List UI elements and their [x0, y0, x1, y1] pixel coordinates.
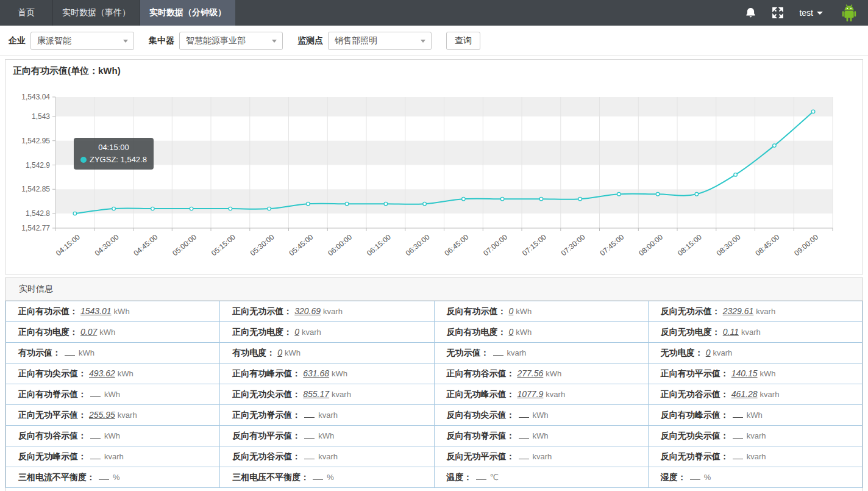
metric-value-link[interactable]: 255.95 — [89, 410, 115, 420]
svg-text:08:45:00: 08:45:00 — [754, 232, 781, 257]
enterprise-select[interactable]: 康派智能 — [30, 32, 134, 50]
svg-text:07:15:00: 07:15:00 — [521, 232, 548, 257]
concentrator-select[interactable]: 智慧能源事业部 — [179, 32, 283, 50]
metric-value-link[interactable]: 631.68 — [303, 368, 329, 378]
monitor-point-select-value: 销售部照明 — [335, 35, 377, 46]
query-button[interactable]: 查询 — [446, 32, 480, 50]
metric-value-empty — [519, 436, 529, 439]
user-dropdown[interactable]: test — [799, 8, 823, 18]
metric-unit: kvarh — [533, 452, 552, 461]
table-row: 正向有功脊示值：kWh正向无功尖示值：855.17kvarh正向无功峰示值：10… — [6, 384, 863, 405]
metric-unit: kWh — [79, 348, 94, 357]
svg-text:08:30:00: 08:30:00 — [715, 232, 742, 257]
metric-label: 正向无功平示值： — [18, 410, 87, 420]
metric-value-link[interactable]: 0 — [277, 348, 282, 357]
table-row: 三相电流不平衡度：%三相电压不平衡度：%温度：℃湿度：% — [6, 467, 863, 488]
metric-cell: 正向无功谷示值：461.28kvarh — [648, 384, 862, 405]
metric-value-link[interactable]: 1077.9 — [518, 389, 544, 399]
metric-cell: 反向有功电度：0kWh — [434, 322, 648, 343]
android-avatar[interactable] — [839, 2, 859, 23]
metric-cell: 反向无功尖示值：kvarh — [648, 426, 862, 446]
svg-text:04:45:00: 04:45:00 — [132, 232, 160, 257]
metric-value-link[interactable]: 0.07 — [80, 327, 97, 337]
metric-value-link[interactable]: 461.28 — [731, 389, 758, 399]
metric-unit: ℃ — [490, 473, 499, 482]
metric-value-empty — [90, 395, 101, 397]
svg-text:1,542.85: 1,542.85 — [21, 185, 50, 193]
metric-label: 温度： — [447, 472, 472, 482]
fullscreen-icon[interactable] — [772, 7, 783, 18]
svg-text:06:00:00: 06:00:00 — [326, 232, 354, 257]
svg-text:07:45:00: 07:45:00 — [599, 232, 626, 257]
metric-label: 反向有功平示值： — [232, 431, 301, 440]
metric-cell: 三相电流不平衡度：% — [6, 467, 220, 488]
table-row: 正向无功平示值：255.95kvarh正向无功脊示值：kvarh反向有功尖示值：… — [6, 405, 863, 426]
metric-cell: 正向有功脊示值：kWh — [6, 384, 220, 405]
metric-cell: 湿度：% — [648, 467, 862, 488]
monitor-point-select[interactable]: 销售部照明 — [328, 32, 432, 50]
metric-value-link[interactable]: 320.69 — [294, 306, 321, 316]
metric-unit: % — [704, 473, 711, 482]
metric-label: 无功示值： — [447, 348, 489, 357]
metric-value-link[interactable]: 855.17 — [303, 389, 329, 399]
metric-cell: 温度：℃ — [434, 467, 648, 488]
metric-value-empty — [313, 478, 323, 480]
metric-label: 湿度： — [661, 472, 686, 482]
tab-realtime-event[interactable]: 实时数据（事件） — [53, 0, 140, 26]
svg-text:04:15:00: 04:15:00 — [54, 232, 82, 257]
metric-cell: 有功示值：kWh — [6, 343, 220, 364]
metric-label: 正向无功电度： — [232, 327, 292, 337]
realtime-info-title: 实时信息 — [19, 284, 53, 295]
metric-label: 反向无功峰示值： — [18, 451, 87, 461]
tab-realtime-minute[interactable]: 实时数据（分钟级） — [140, 0, 235, 26]
metric-cell: 反向无功电度：0.11kvarh — [648, 322, 862, 343]
metric-value-link[interactable]: 0 — [706, 348, 711, 357]
metric-value-link[interactable]: 140.15 — [731, 368, 758, 378]
enterprise-label: 企业 — [9, 35, 26, 46]
metric-unit: kvarh — [747, 431, 766, 440]
metric-label: 正向无功脊示值： — [232, 410, 301, 420]
chevron-down-icon — [272, 40, 277, 43]
metric-cell: 正向无功平示值：255.95kvarh — [6, 405, 220, 426]
metric-label: 正向有功平示值： — [661, 368, 729, 378]
metric-unit: % — [327, 473, 334, 482]
tab-home[interactable]: 首页 — [0, 0, 53, 26]
metric-unit: kvarh — [118, 410, 137, 420]
metric-value-link[interactable]: 0.11 — [723, 327, 739, 337]
metric-cell: 正向无功尖示值：855.17kvarh — [220, 384, 434, 405]
table-row: 正向有功尖示值：493.62kWh正向有功峰示值：631.68kWh正向有功谷示… — [6, 364, 863, 384]
metric-unit: kWh — [516, 328, 532, 337]
metric-value-link[interactable]: 2329.61 — [723, 306, 754, 316]
chevron-down-icon — [123, 40, 128, 43]
svg-text:05:00:00: 05:00:00 — [171, 232, 198, 257]
metric-unit: kWh — [118, 369, 133, 378]
metric-unit: kvarh — [741, 328, 761, 337]
metric-label: 反向有功尖示值： — [447, 410, 515, 420]
metric-value-link[interactable]: 277.56 — [518, 368, 544, 378]
metric-unit: kWh — [285, 348, 301, 357]
metric-label: 正向有功脊示值： — [18, 389, 87, 399]
svg-text:08:00:00: 08:00:00 — [637, 232, 664, 257]
metric-value-link[interactable]: 1543.01 — [80, 306, 112, 316]
metric-label: 正向有功谷示值： — [447, 368, 515, 378]
metric-cell: 正向无功脊示值：kvarh — [220, 405, 434, 426]
svg-text:1,542.95: 1,542.95 — [21, 137, 50, 145]
bell-icon[interactable] — [745, 7, 756, 19]
svg-text:1,542.9: 1,542.9 — [26, 161, 50, 170]
metric-unit: kvarh — [323, 307, 343, 316]
metric-value-link[interactable]: 0 — [509, 327, 514, 337]
metric-cell: 正向无功示值：320.69kvarh — [220, 301, 434, 322]
chevron-down-icon — [421, 40, 425, 43]
metric-label: 反向有功示值： — [447, 306, 507, 316]
metric-label: 正向有功尖示值： — [18, 368, 87, 378]
metric-cell: 反向无功脊示值：kvarh — [648, 446, 862, 467]
line-chart[interactable]: 1,542.771,542.81,542.851,542.91,542.951,… — [5, 60, 864, 274]
svg-text:05:30:00: 05:30:00 — [249, 232, 276, 257]
metric-label: 正向有功示值： — [18, 306, 78, 316]
realtime-info-panel: 实时信息 正向有功示值：1543.01kWh正向无功示值：320.69kvarh… — [5, 278, 863, 491]
metric-value-link[interactable]: 493.62 — [89, 368, 115, 378]
metric-value-link[interactable]: 0 — [294, 327, 299, 337]
metric-unit: kvarh — [747, 452, 766, 461]
metric-value-link[interactable]: 0 — [509, 306, 514, 316]
metric-label: 正向有功电度： — [18, 327, 78, 337]
